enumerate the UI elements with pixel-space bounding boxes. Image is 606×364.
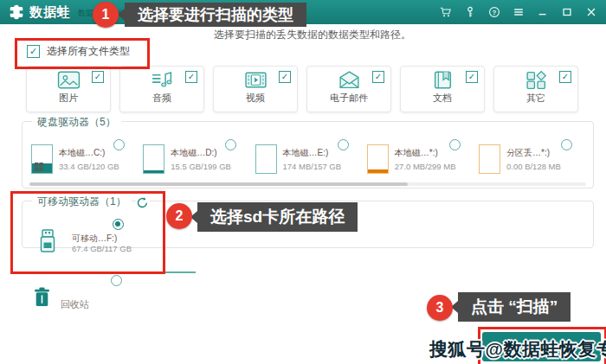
trash-icon xyxy=(34,287,50,307)
check-icon: ✓ xyxy=(188,73,195,81)
filetype-checkbox[interactable]: ✓ xyxy=(559,71,571,83)
step3-callout: 点击 “扫描” xyxy=(458,292,571,322)
selected-drive-underline xyxy=(31,271,196,273)
file-type-cards: ✓图片✓音频✓视频✓电子邮件✓文档✓其它 xyxy=(26,66,578,112)
step1-callout: 选择要进行扫描的类型 xyxy=(125,3,306,27)
document-icon xyxy=(431,69,455,90)
filetype-label: 文档 xyxy=(433,92,452,105)
drive-info: 本地磁…*:)27.0 MB/299 MB xyxy=(395,147,456,171)
windows-icon xyxy=(35,159,43,168)
hard-drive-list: 本地磁…C:)33.4 GB/120 GB本地磁…D:)15.5 GB/199 … xyxy=(31,136,584,174)
step3-callout-label: 点击 “扫描” xyxy=(471,296,558,318)
email-icon xyxy=(338,69,361,90)
filetype-label: 音频 xyxy=(152,92,171,105)
app-window: 数据蛙 数据恢复专家 (未注册) ? 选择要扫描的丢失数据的数据类型和路径。 ✓… xyxy=(0,0,606,364)
video-icon xyxy=(244,69,268,90)
filetype-card-image[interactable]: ✓图片 xyxy=(26,66,111,112)
drive-capacity-icon xyxy=(479,144,500,174)
app-title: 数据蛙 xyxy=(29,4,71,21)
key-icon[interactable] xyxy=(463,6,476,19)
removable-drive-radio[interactable] xyxy=(113,219,124,230)
drive-capacity-icon xyxy=(143,144,164,174)
filetype-checkbox[interactable]: ✓ xyxy=(185,71,197,83)
usb-drive-icon xyxy=(36,228,59,255)
drive-radio[interactable] xyxy=(338,139,349,150)
filetype-checkbox[interactable]: ✓ xyxy=(92,71,104,83)
filetype-label: 图片 xyxy=(59,92,78,105)
refresh-icon[interactable] xyxy=(136,196,150,210)
drive-radio[interactable] xyxy=(561,139,572,150)
filetype-card-email[interactable]: ✓电子邮件 xyxy=(306,66,391,112)
drive-name: 本地磁…C:) xyxy=(59,147,119,159)
drive-tile-1[interactable]: 本地磁…C:)33.4 GB/120 GB xyxy=(31,136,137,174)
svg-text:?: ? xyxy=(492,9,496,16)
drive-capacity-icon xyxy=(255,144,277,174)
image-icon xyxy=(57,69,81,90)
drive-tile-5[interactable]: 分区丢…*:)0.00 B/128 MB xyxy=(479,136,584,174)
select-all-checkbox[interactable]: ✓ xyxy=(27,45,40,58)
drive-tile-3[interactable]: 本地磁…E:)174 MB/157 GB xyxy=(255,136,361,174)
recycle-bin-radio[interactable] xyxy=(111,275,122,286)
other-icon xyxy=(525,69,548,90)
drive-size: 174 MB/157 GB xyxy=(283,162,342,171)
check-icon: ✓ xyxy=(375,73,382,81)
check-icon: ✓ xyxy=(94,73,101,81)
drive-name: 分区丢…*:) xyxy=(506,147,561,159)
filetype-card-video[interactable]: ✓视频 xyxy=(213,66,298,112)
drive-tile-4[interactable]: 本地磁…*:)27.0 MB/299 MB xyxy=(367,136,473,174)
select-all-filetypes[interactable]: ✓ 选择所有文件类型 xyxy=(27,44,130,59)
minimize-icon[interactable] xyxy=(536,6,549,19)
drive-size: 33.4 GB/120 GB xyxy=(59,162,119,171)
drive-size: 27.0 MB/299 MB xyxy=(395,162,456,171)
watermark: 搜狐号@数据蛙恢复专家 xyxy=(429,337,606,361)
drive-name: 本地磁…*:) xyxy=(395,147,456,159)
maximize-icon[interactable] xyxy=(560,6,573,19)
check-icon: ✓ xyxy=(29,47,37,56)
drive-radio[interactable] xyxy=(449,139,461,150)
drive-capacity-icon xyxy=(31,144,53,174)
step2-callout: 选择sd卡所在路径 xyxy=(197,202,358,232)
horizontal-scrollbar[interactable] xyxy=(29,182,586,186)
window-controls: ? xyxy=(439,0,597,24)
drive-radio[interactable] xyxy=(225,139,236,150)
filetype-card-other[interactable]: ✓其它 xyxy=(493,66,578,112)
drive-info: 分区丢…*:)0.00 B/128 MB xyxy=(506,147,561,171)
filetype-checkbox[interactable]: ✓ xyxy=(372,71,384,83)
filetype-checkbox[interactable]: ✓ xyxy=(279,71,291,83)
filetype-card-document[interactable]: ✓文档 xyxy=(400,66,485,112)
datafrog-logo-icon xyxy=(8,3,25,21)
removable-drive-name: 可移动…F:) xyxy=(72,233,117,245)
drive-capacity-icon xyxy=(367,144,389,174)
menu-icon[interactable] xyxy=(512,6,525,19)
recycle-bin-label[interactable]: 回收站 xyxy=(61,298,89,311)
step3-badge: 3 xyxy=(427,295,453,321)
drive-radio[interactable] xyxy=(113,139,125,150)
filetype-label: 其它 xyxy=(526,92,545,105)
audio-icon xyxy=(151,69,174,90)
filetype-label: 视频 xyxy=(246,92,265,105)
drive-size: 15.5 GB/199 GB xyxy=(171,162,231,171)
step2-callout-label: 选择sd卡所在路径 xyxy=(210,206,345,228)
page-subtitle: 选择要扫描的丢失数据的数据类型和路径。 xyxy=(214,28,411,42)
help-icon[interactable]: ? xyxy=(487,6,500,19)
step2-badge: 2 xyxy=(166,203,192,229)
drive-info: 本地磁…C:)33.4 GB/120 GB xyxy=(59,147,119,171)
drive-info: 本地磁…E:)174 MB/157 GB xyxy=(283,147,342,171)
hard-drives-legend: 硬盘驱动器（5） xyxy=(32,115,121,130)
drive-tile-2[interactable]: 本地磁…D:)15.5 GB/199 GB xyxy=(143,136,248,174)
drive-name: 本地磁…E:) xyxy=(283,147,342,159)
step1-badge: 1 xyxy=(93,2,119,28)
filetype-label: 电子邮件 xyxy=(330,92,368,105)
drive-info: 本地磁…D:)15.5 GB/199 GB xyxy=(171,147,231,171)
filetype-card-audio[interactable]: ✓音频 xyxy=(119,66,204,112)
close-icon[interactable] xyxy=(584,6,597,19)
hard-drives-panel: 硬盘驱动器（5） 本地磁…C:)33.4 GB/120 GB本地磁…D:)15.… xyxy=(22,121,594,188)
cart-icon[interactable] xyxy=(439,6,452,19)
step1-callout-label: 选择要进行扫描的类型 xyxy=(138,4,293,25)
removable-drive-size: 67.4 GB/117 GB xyxy=(72,244,132,253)
scrollbar-thumb[interactable] xyxy=(29,182,408,186)
filetype-checkbox[interactable]: ✓ xyxy=(466,71,478,83)
select-all-label: 选择所有文件类型 xyxy=(47,44,130,59)
check-icon: ✓ xyxy=(468,73,475,81)
drive-name: 本地磁…D:) xyxy=(171,147,231,159)
